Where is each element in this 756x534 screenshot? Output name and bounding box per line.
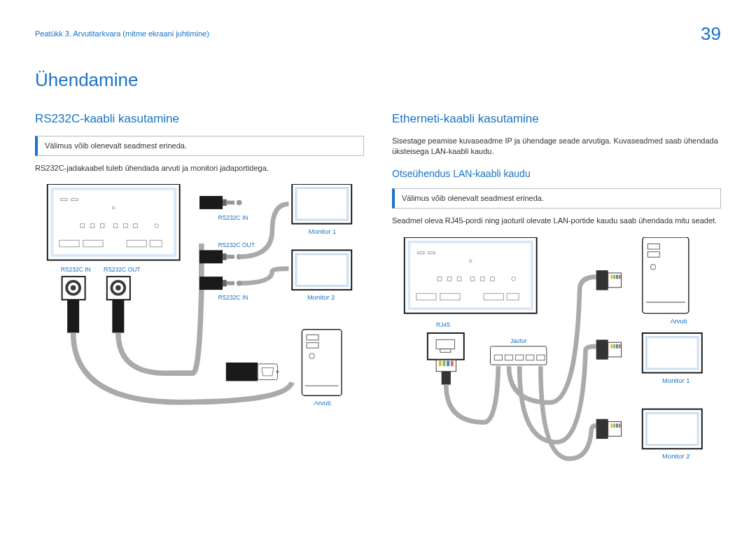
svg-rect-79 xyxy=(526,355,534,360)
svg-rect-29 xyxy=(292,184,351,224)
svg-rect-80 xyxy=(537,355,545,360)
svg-rect-105 xyxy=(619,423,621,428)
svg-rect-102 xyxy=(610,423,612,428)
svg-rect-86 xyxy=(619,275,621,279)
svg-rect-51 xyxy=(409,241,532,308)
lbl-in3: RS232C IN xyxy=(218,295,248,302)
lbl-r-arvuti: Arvuti xyxy=(670,317,687,325)
lbl-mon1: Monitor 1 xyxy=(309,227,336,235)
svg-rect-8 xyxy=(100,224,104,228)
svg-rect-32 xyxy=(223,254,227,260)
svg-point-38 xyxy=(237,281,242,286)
svg-rect-96 xyxy=(616,344,618,349)
svg-rect-85 xyxy=(616,275,618,279)
svg-rect-2 xyxy=(52,189,175,255)
svg-rect-71 xyxy=(443,360,446,366)
svg-rect-15 xyxy=(127,241,146,247)
svg-rect-36 xyxy=(223,280,227,286)
svg-rect-99 xyxy=(646,337,698,368)
lan-subheading: Otseühendus LAN-kaabli kaudu xyxy=(392,167,721,181)
svg-rect-63 xyxy=(440,293,460,300)
svg-rect-97 xyxy=(619,344,621,349)
svg-rect-81 xyxy=(596,270,608,290)
svg-rect-42 xyxy=(258,364,277,380)
svg-rect-94 xyxy=(610,344,612,349)
svg-point-61 xyxy=(512,276,516,281)
rs232c-heading: RS232C-kaabli kasutamine xyxy=(35,111,364,127)
svg-rect-11 xyxy=(134,224,138,228)
svg-point-43 xyxy=(276,371,279,374)
svg-rect-4 xyxy=(71,199,78,201)
svg-rect-16 xyxy=(150,241,162,247)
svg-rect-77 xyxy=(505,355,512,360)
svg-rect-49 xyxy=(405,237,537,314)
svg-rect-39 xyxy=(292,251,351,290)
svg-rect-25 xyxy=(200,196,223,209)
svg-rect-106 xyxy=(643,409,702,449)
svg-rect-70 xyxy=(439,360,442,366)
svg-rect-57 xyxy=(457,276,461,281)
lbl-in1: RS232C IN xyxy=(218,214,248,221)
lbl-in: RS232C IN xyxy=(61,266,91,273)
svg-rect-107 xyxy=(646,413,698,444)
svg-rect-88 xyxy=(648,244,659,249)
svg-rect-73 xyxy=(451,360,454,366)
svg-rect-3 xyxy=(61,199,67,201)
svg-rect-95 xyxy=(613,344,615,349)
svg-rect-1 xyxy=(51,188,176,256)
svg-rect-40 xyxy=(296,254,348,286)
svg-rect-72 xyxy=(447,360,449,366)
svg-rect-56 xyxy=(447,276,451,281)
svg-rect-33 xyxy=(227,255,234,259)
lbl-rj45: RJ45 xyxy=(436,321,450,328)
svg-rect-58 xyxy=(470,276,475,281)
svg-point-90 xyxy=(650,264,656,269)
svg-rect-0 xyxy=(48,184,180,260)
note-rs232c: Välimus võib olenevalt seadmest erineda. xyxy=(35,136,364,156)
svg-rect-37 xyxy=(227,281,234,286)
svg-rect-76 xyxy=(494,355,502,360)
svg-point-12 xyxy=(155,224,159,228)
svg-point-22 xyxy=(115,286,121,291)
svg-rect-41 xyxy=(226,363,258,381)
lbl-arvuti: Arvuti xyxy=(314,400,330,407)
lbl-out2: RS232C OUT xyxy=(218,241,254,248)
svg-rect-7 xyxy=(90,224,94,228)
lbl-out: RS232C OUT xyxy=(104,266,140,273)
svg-rect-23 xyxy=(67,300,79,333)
svg-rect-45 xyxy=(307,335,318,341)
right-column: Etherneti-kaabli kasutamine Sisestage pe… xyxy=(392,111,721,479)
ethernet-heading: Etherneti-kaabli kasutamine xyxy=(392,111,721,127)
svg-rect-50 xyxy=(408,241,533,309)
svg-rect-100 xyxy=(596,419,608,438)
svg-rect-55 xyxy=(438,276,442,281)
svg-rect-65 xyxy=(507,293,519,300)
svg-rect-26 xyxy=(223,199,227,206)
lbl-mon2: Monitor 2 xyxy=(307,294,335,302)
svg-rect-13 xyxy=(59,241,79,247)
svg-rect-14 xyxy=(83,241,103,247)
left-column: RS232C-kaabli kasutamine Välimus võib ol… xyxy=(35,111,364,479)
svg-rect-92 xyxy=(596,339,608,359)
svg-rect-84 xyxy=(613,275,615,279)
svg-rect-10 xyxy=(123,224,127,228)
svg-rect-9 xyxy=(113,224,118,228)
svg-rect-103 xyxy=(613,423,615,428)
lbl-r-mon2: Monitor 2 xyxy=(662,452,690,460)
lbl-r-mon1: Monitor 1 xyxy=(662,377,690,384)
svg-rect-67 xyxy=(436,339,454,349)
svg-rect-60 xyxy=(491,276,495,281)
svg-rect-53 xyxy=(428,252,435,254)
rs232c-text: RS232C-jadakaabel tuleb ühendada arvuti … xyxy=(35,163,364,174)
svg-rect-27 xyxy=(227,201,234,205)
svg-rect-66 xyxy=(428,333,464,360)
svg-point-28 xyxy=(237,200,242,206)
svg-rect-6 xyxy=(80,224,85,228)
svg-rect-62 xyxy=(416,293,436,300)
svg-rect-35 xyxy=(200,277,223,290)
svg-point-54 xyxy=(469,260,472,262)
svg-rect-89 xyxy=(648,252,659,258)
svg-rect-59 xyxy=(480,276,484,281)
svg-rect-24 xyxy=(112,300,124,333)
svg-rect-98 xyxy=(643,333,702,373)
